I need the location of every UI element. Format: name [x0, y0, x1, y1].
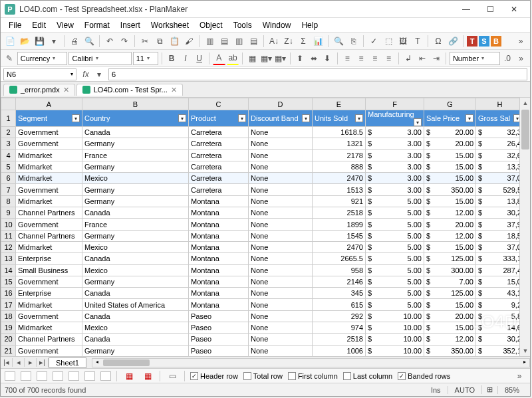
cell[interactable]: Carretera [189, 127, 249, 138]
table-style-2[interactable] [21, 371, 31, 381]
cell[interactable]: 974 [313, 322, 366, 334]
cell[interactable]: Germany [82, 195, 189, 207]
cell[interactable]: $37,0 [476, 173, 520, 184]
cell[interactable]: Montana [189, 230, 249, 241]
scroll-right-icon[interactable]: ▸ [520, 359, 529, 365]
row-header[interactable]: 18 [1, 310, 16, 322]
row-header[interactable]: 20 [1, 334, 16, 345]
cell[interactable]: United States of America [82, 299, 189, 310]
cell[interactable]: Germany [82, 230, 189, 241]
cell[interactable]: Channel Partners [16, 230, 82, 241]
cell[interactable]: $3.00 [366, 173, 424, 184]
horizontal-scrollbar[interactable]: ◂ ▸ [92, 358, 530, 367]
cell[interactable]: Midmarket [16, 241, 82, 252]
filter-dropdown-icon[interactable]: ▾ [466, 114, 473, 122]
menu-insert[interactable]: Insert [115, 19, 146, 31]
cell[interactable]: $3.00 [366, 161, 424, 172]
table-style-5[interactable] [68, 371, 79, 381]
cell[interactable]: None [249, 207, 313, 219]
cell[interactable]: Montana [189, 264, 249, 276]
vertical-scrollbar[interactable]: ▲ ▼ [519, 98, 530, 356]
row-header[interactable]: 5 [1, 161, 16, 172]
style-icon[interactable]: ✎ [3, 52, 16, 65]
cell[interactable]: Channel Partners [16, 207, 82, 219]
scroll-down-icon[interactable]: ▼ [520, 346, 530, 356]
menu-format[interactable]: Format [79, 19, 115, 31]
cell[interactable]: $5.00 [366, 230, 424, 241]
toolbar-overflow-icon[interactable]: » [513, 369, 526, 383]
table-style-3[interactable] [37, 371, 47, 381]
cell[interactable]: 2518 [313, 207, 366, 219]
dropdown-icon[interactable]: ▾ [47, 35, 61, 48]
cell[interactable]: Carretera [189, 173, 249, 184]
link-icon[interactable]: 🔗 [446, 35, 460, 48]
cell[interactable]: $15.00 [424, 161, 476, 172]
image-icon[interactable]: 🖼 [396, 35, 410, 48]
symbol-icon[interactable]: Ω [432, 35, 445, 48]
cell[interactable]: Canada [82, 334, 189, 345]
align-center-icon[interactable]: ≡ [355, 52, 368, 65]
cell[interactable]: None [249, 184, 313, 195]
cell[interactable]: None [249, 195, 313, 207]
fx-icon[interactable]: fx [79, 70, 92, 79]
banded-rows-checkbox[interactable]: ✓Banded rows [398, 372, 450, 380]
row-header[interactable]: 16 [1, 288, 16, 299]
cell[interactable]: Government [16, 138, 82, 149]
cell[interactable]: None [249, 138, 313, 149]
cell[interactable]: Enterprise [16, 288, 82, 299]
cell[interactable]: Midmarket [16, 149, 82, 161]
cell[interactable]: 921 [313, 195, 366, 207]
filter-dropdown-icon[interactable]: ▾ [72, 114, 80, 122]
decimal-inc-icon[interactable]: .0 [501, 52, 514, 65]
cell[interactable]: None [249, 345, 313, 356]
cell[interactable]: Montana [189, 253, 249, 264]
cell[interactable]: Small Business [16, 264, 82, 276]
save-icon[interactable]: 💾 [33, 35, 46, 48]
status-icon[interactable]: ⊞ [481, 385, 497, 394]
filter-dropdown-icon[interactable]: ▾ [238, 114, 246, 122]
cell[interactable]: $30,2 [476, 334, 520, 345]
align-left-icon[interactable]: ≡ [341, 52, 354, 65]
new-icon[interactable]: 📄 [3, 35, 17, 48]
delete-column-icon[interactable]: ▥ [232, 35, 245, 48]
column-header[interactable]: F [366, 98, 424, 110]
undo-icon[interactable]: ↶ [103, 35, 116, 48]
menu-help[interactable]: Help [296, 19, 323, 31]
cell[interactable]: $350.00 [424, 345, 476, 356]
column-header[interactable]: D [249, 98, 313, 110]
cell[interactable]: Government [16, 219, 82, 230]
zoom-level[interactable]: 85% [497, 386, 526, 394]
cell[interactable]: $529,5 [476, 184, 520, 195]
bold-button[interactable]: B [166, 52, 178, 65]
cell[interactable]: None [249, 241, 313, 252]
cell[interactable]: Paseo [189, 345, 249, 356]
spellcheck-icon[interactable]: ✓ [367, 35, 380, 48]
cell[interactable]: $287,4 [476, 264, 520, 276]
column-header[interactable]: A [16, 98, 82, 110]
close-button[interactable]: ✕ [502, 2, 526, 17]
table-header-cell[interactable]: Sale Price▾ [424, 110, 476, 127]
cell[interactable]: $20.00 [424, 127, 476, 138]
menu-tools[interactable]: Tools [228, 19, 257, 31]
fontsize-dropdown[interactable]: 11▾ [133, 52, 158, 65]
document-tab[interactable]: LO4D.com - Test Spr...✕ [76, 84, 183, 96]
header-row-checkbox[interactable]: ✓Header row [190, 372, 238, 380]
textmaker-icon[interactable]: T [467, 36, 477, 47]
cell-reference-box[interactable]: N6▾ [3, 68, 76, 80]
cell[interactable]: None [249, 322, 313, 334]
sheet-nav-next[interactable]: ▸ [25, 358, 37, 367]
number-format-dropdown[interactable]: Number▾ [450, 52, 500, 65]
cell[interactable]: 1513 [313, 184, 366, 195]
cell[interactable]: None [249, 149, 313, 161]
column-header[interactable]: H [476, 98, 520, 110]
cell[interactable]: $5.00 [366, 264, 424, 276]
chart-icon[interactable]: 📊 [311, 35, 325, 48]
cell[interactable]: None [249, 288, 313, 299]
cell[interactable]: $3.00 [366, 127, 424, 138]
fill-icon[interactable]: ▦▾ [274, 52, 287, 65]
cell[interactable]: France [82, 219, 189, 230]
close-tab-icon[interactable]: ✕ [171, 86, 177, 94]
cell[interactable]: Germany [82, 345, 189, 356]
auto-mode[interactable]: AUTO [448, 386, 481, 394]
cell[interactable]: $20.00 [424, 219, 476, 230]
